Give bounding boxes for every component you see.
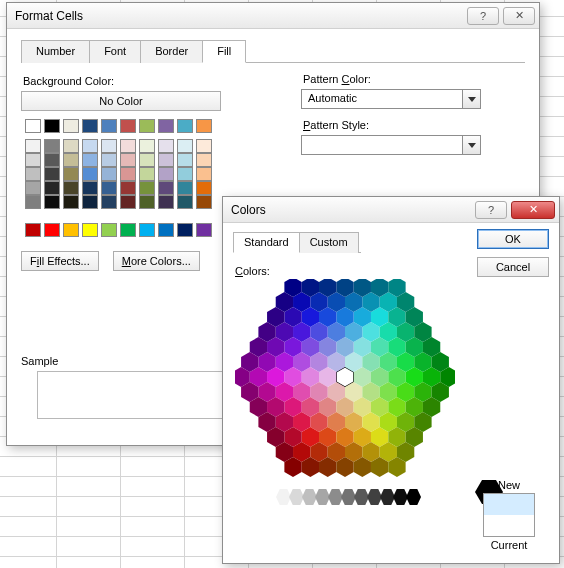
color-swatch[interactable] (44, 223, 60, 237)
color-swatch[interactable] (44, 119, 60, 133)
color-swatch[interactable] (196, 153, 212, 167)
color-hexagon[interactable] (235, 279, 455, 479)
gray-swatch[interactable] (276, 489, 291, 505)
more-colors-button[interactable]: More Colors... (113, 251, 200, 271)
color-swatch[interactable] (196, 181, 212, 195)
color-swatch[interactable] (177, 153, 193, 167)
tab-border[interactable]: Border (140, 40, 203, 63)
color-swatch[interactable] (25, 195, 41, 209)
color-swatch[interactable] (139, 181, 155, 195)
color-swatch[interactable] (25, 153, 41, 167)
gray-swatch[interactable] (328, 489, 343, 505)
color-swatch[interactable] (120, 195, 136, 209)
color-swatch[interactable] (25, 139, 41, 153)
color-swatch[interactable] (158, 195, 174, 209)
color-swatch[interactable] (63, 139, 79, 153)
color-swatch[interactable] (177, 119, 193, 133)
color-swatch[interactable] (82, 181, 98, 195)
color-swatch[interactable] (196, 167, 212, 181)
color-swatch[interactable] (196, 119, 212, 133)
color-swatch[interactable] (82, 139, 98, 153)
color-swatch[interactable] (139, 139, 155, 153)
gray-swatch[interactable] (380, 489, 395, 505)
color-swatch[interactable] (177, 223, 193, 237)
color-swatch[interactable] (139, 195, 155, 209)
color-swatch[interactable] (139, 119, 155, 133)
gray-swatch[interactable] (289, 489, 304, 505)
color-swatch[interactable] (101, 195, 117, 209)
color-swatch[interactable] (120, 119, 136, 133)
color-swatch[interactable] (44, 181, 60, 195)
color-swatch[interactable] (120, 181, 136, 195)
color-swatch[interactable] (63, 167, 79, 181)
color-swatch[interactable] (44, 167, 60, 181)
color-swatch[interactable] (177, 167, 193, 181)
gray-swatch[interactable] (315, 489, 330, 505)
color-swatch[interactable] (120, 223, 136, 237)
color-swatch[interactable] (158, 153, 174, 167)
help-button[interactable]: ? (475, 201, 507, 219)
color-swatch[interactable] (139, 223, 155, 237)
color-swatch[interactable] (120, 153, 136, 167)
color-swatch[interactable] (196, 139, 212, 153)
gray-swatch[interactable] (367, 489, 382, 505)
color-swatch[interactable] (63, 153, 79, 167)
tab-font[interactable]: Font (89, 40, 141, 63)
color-swatch[interactable] (101, 119, 117, 133)
color-swatch[interactable] (82, 119, 98, 133)
color-swatch[interactable] (158, 119, 174, 133)
color-swatch[interactable] (63, 223, 79, 237)
color-swatch[interactable] (120, 139, 136, 153)
gray-swatch[interactable] (393, 489, 408, 505)
tab-fill[interactable]: Fill (202, 40, 246, 63)
cancel-button[interactable]: Cancel (477, 257, 549, 277)
color-swatch[interactable] (82, 223, 98, 237)
colors-titlebar[interactable]: Colors ? ✕ (223, 197, 559, 223)
color-swatch[interactable] (25, 167, 41, 181)
color-swatch[interactable] (139, 167, 155, 181)
color-swatch[interactable] (139, 153, 155, 167)
color-swatch[interactable] (44, 153, 60, 167)
color-swatch[interactable] (101, 181, 117, 195)
pattern-color-dropdown[interactable]: Automatic (301, 89, 481, 109)
tab-number[interactable]: Number (21, 40, 90, 63)
color-swatch[interactable] (82, 167, 98, 181)
color-swatch[interactable] (25, 119, 41, 133)
tab-standard[interactable]: Standard (233, 232, 300, 253)
close-button[interactable]: ✕ (503, 7, 535, 25)
gray-swatch[interactable] (406, 489, 421, 505)
format-cells-titlebar[interactable]: Format Cells ? ✕ (7, 3, 539, 29)
color-swatch[interactable] (25, 181, 41, 195)
color-swatch[interactable] (196, 195, 212, 209)
gray-swatch[interactable] (302, 489, 317, 505)
color-swatch[interactable] (177, 181, 193, 195)
color-swatch[interactable] (101, 139, 117, 153)
color-swatch[interactable] (63, 195, 79, 209)
gray-swatch[interactable] (354, 489, 369, 505)
pattern-style-dropdown[interactable] (301, 135, 481, 155)
color-swatch[interactable] (82, 153, 98, 167)
color-swatch[interactable] (177, 139, 193, 153)
color-swatch[interactable] (44, 195, 60, 209)
ok-button[interactable]: OK (477, 229, 549, 249)
color-swatch[interactable] (177, 195, 193, 209)
color-swatch[interactable] (101, 167, 117, 181)
color-swatch[interactable] (158, 223, 174, 237)
color-swatch[interactable] (196, 223, 212, 237)
close-button[interactable]: ✕ (511, 201, 555, 219)
no-color-button[interactable]: No Color (21, 91, 221, 111)
color-swatch[interactable] (63, 119, 79, 133)
gray-swatch[interactable] (263, 489, 278, 505)
tab-custom[interactable]: Custom (299, 232, 359, 253)
color-swatch[interactable] (44, 139, 60, 153)
color-swatch[interactable] (158, 167, 174, 181)
color-swatch[interactable] (101, 153, 117, 167)
help-button[interactable]: ? (467, 7, 499, 25)
grayscale-row[interactable] (233, 489, 453, 505)
color-swatch[interactable] (63, 181, 79, 195)
fill-effects-button[interactable]: Fill Effects... (21, 251, 99, 271)
color-swatch[interactable] (158, 181, 174, 195)
color-swatch[interactable] (120, 167, 136, 181)
color-swatch[interactable] (82, 195, 98, 209)
color-swatch[interactable] (25, 223, 41, 237)
